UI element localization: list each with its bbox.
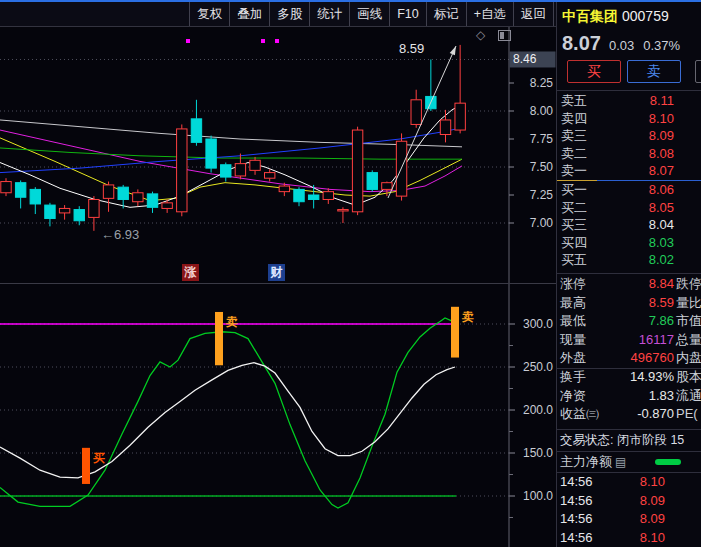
chart-stamp: 财 [268, 264, 285, 281]
toolbar-button[interactable]: 画线 [349, 2, 389, 26]
stat-value: 8.84 [649, 275, 674, 294]
order-price: 8.09 [649, 127, 674, 145]
stat-label-2: 市值 [676, 312, 701, 331]
stat-row: 净资1.83流通 [557, 387, 701, 406]
candlestick-chart[interactable]: 8.258.007.757.507.257.008.468.59←6.93 [0, 27, 556, 284]
order-row[interactable]: 卖二8.08 [557, 145, 701, 163]
order-price: 8.05 [649, 199, 674, 217]
order-row[interactable]: 卖三8.09 [557, 127, 701, 145]
candle [1, 182, 11, 193]
toolbar-button[interactable]: 叠加 [229, 2, 269, 26]
order-row[interactable]: 卖四8.10 [557, 110, 701, 128]
high-annotation: 8.59 [399, 41, 424, 56]
toolbar-button[interactable]: 返回 [513, 2, 554, 26]
order-price: 8.03 [649, 234, 674, 252]
tick-price: 8.10 [640, 473, 665, 492]
candle [177, 129, 187, 212]
stat-row: 收益㈢-0.870PE( [557, 405, 701, 424]
stat-label: 现量 [560, 331, 586, 350]
order-row[interactable]: 买三8.04 [557, 216, 701, 234]
buy-button[interactable]: 买 [567, 60, 621, 83]
stat-label: 涨停 [560, 275, 586, 294]
axis-label: 250.0 [523, 360, 553, 374]
order-row[interactable]: 买四8.03 [557, 234, 701, 252]
toolbar-button[interactable]: 多股 [269, 2, 309, 26]
price-change-percent: 0.37% [643, 38, 680, 53]
order-level-label: 买一 [561, 181, 587, 199]
stat-value: 14.93% [630, 368, 674, 387]
stat-row: 现量16117总量 [557, 331, 701, 350]
stats-list: 涨停8.84跌停最高8.59量比最低7.86市值现量16117总量外盘49676… [557, 275, 701, 424]
stat-value: -0.870 [637, 405, 674, 424]
stat-label-2: 流通 [676, 387, 701, 406]
separator [557, 273, 701, 274]
main-force-label: 主力净额 [560, 454, 612, 469]
tick-price: 8.10 [640, 529, 665, 547]
stat-label-2: 量比 [676, 294, 701, 313]
quote-row: 8.070.030.37% [557, 29, 701, 57]
order-level-label: 买五 [561, 251, 587, 269]
chart-tool-icons: ◇ [476, 29, 512, 42]
tick-row: 14:568.09 [557, 492, 701, 511]
toolbar-button[interactable]: 统计 [309, 2, 349, 26]
list-icon[interactable]: ▤ [615, 455, 626, 469]
order-price: 8.10 [649, 110, 674, 128]
stat-value: 16117 [639, 331, 674, 350]
tick-row: 14:568.10 [557, 529, 701, 547]
clipped-button[interactable] [695, 60, 701, 83]
candle [367, 173, 377, 190]
signal-dot [275, 39, 279, 43]
ma-magenta [0, 130, 462, 192]
stat-value: 8.59 [649, 294, 674, 313]
order-price: 8.02 [649, 251, 674, 269]
signal-dot [261, 39, 265, 43]
panel-layout-icon[interactable] [498, 30, 511, 41]
candle [103, 185, 113, 198]
candle [352, 130, 362, 212]
annotation-arrowhead [450, 46, 456, 55]
order-row[interactable]: 卖一8.07 [557, 162, 701, 180]
toolbar-button[interactable]: 标记 [426, 2, 466, 26]
candle [118, 187, 128, 199]
order-row[interactable]: 卖五8.11 [557, 92, 701, 110]
diamond-icon[interactable]: ◇ [476, 28, 485, 42]
stat-value: 496760 [631, 349, 674, 368]
candle [221, 165, 231, 177]
stock-name: 中百集团 [562, 8, 618, 24]
toolbar-button[interactable]: +自选 [466, 2, 513, 26]
axis-label: 100.0 [523, 489, 553, 503]
signal-bar [451, 307, 459, 358]
tick-price: 8.09 [640, 510, 665, 529]
order-row[interactable]: 买五8.02 [557, 251, 701, 269]
tick-time: 14:56 [560, 473, 593, 492]
toolbar-button[interactable]: F10 [389, 2, 426, 26]
candle [235, 164, 245, 176]
trading-status: 交易状态: 闭市阶段 15 [557, 431, 701, 450]
candle [382, 183, 392, 190]
stat-label: 收益㈢ [560, 405, 599, 424]
stock-code: 000759 [622, 8, 669, 24]
candle [279, 186, 289, 192]
axis-label: 7.75 [530, 132, 554, 146]
order-row[interactable]: 买二8.05 [557, 199, 701, 217]
order-level-label: 卖二 [561, 145, 587, 163]
axis-label: 150.0 [523, 446, 553, 460]
signal-label: 买 [93, 451, 105, 465]
ma-green [0, 148, 462, 159]
candle [147, 194, 157, 207]
candle [265, 173, 275, 179]
sell-button[interactable]: 卖 [627, 60, 681, 83]
toolbar-button[interactable]: 复权 [189, 2, 229, 26]
axis-highlight-label: 8.46 [513, 52, 537, 66]
candle [308, 195, 318, 199]
candle [133, 193, 143, 202]
stat-label: 换手 [560, 368, 586, 387]
stat-label-2: 总量 [676, 331, 701, 350]
stat-label: 最高 [560, 294, 586, 313]
chart-stamp: 涨 [182, 264, 199, 281]
order-price: 8.11 [650, 92, 674, 110]
candle [250, 160, 260, 170]
tick-time: 14:56 [560, 529, 593, 547]
indicator-chart[interactable]: 300.0250.0200.0150.0100.0买卖卖 [0, 284, 556, 547]
order-row[interactable]: 买一8.06 [557, 181, 701, 199]
